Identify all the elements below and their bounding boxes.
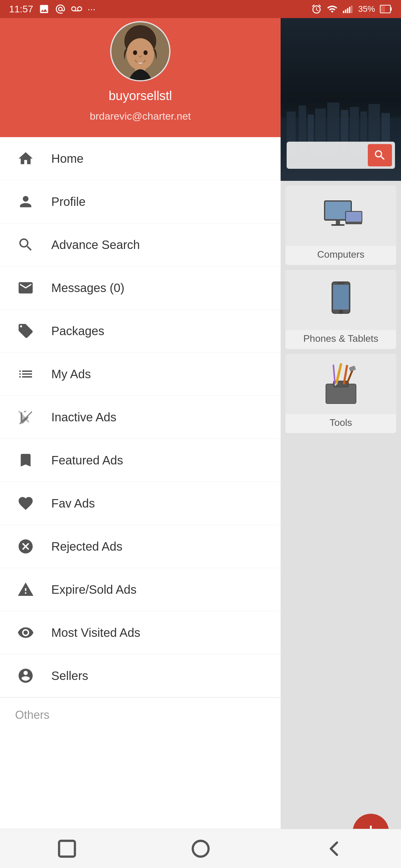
signal-icon [342, 4, 353, 14]
svg-rect-2 [347, 8, 348, 13]
menu-item-fav-ads[interactable]: Fav Ads [0, 482, 281, 525]
drawer-username: buyorsellstl [109, 89, 172, 103]
menu-item-profile[interactable]: Profile [0, 180, 281, 223]
svg-rect-30 [346, 212, 362, 221]
menu-item-messages[interactable]: Messages (0) [0, 267, 281, 310]
search-execute-button[interactable] [368, 144, 392, 166]
category-card-computers[interactable]: Computers [285, 186, 396, 265]
svg-rect-42 [349, 366, 356, 372]
main-content: Computers Phones & Tablets [281, 0, 401, 868]
menu-label-messages: Messages (0) [51, 281, 124, 295]
home-icon [15, 148, 36, 169]
list-icon [15, 364, 36, 384]
svg-rect-35 [337, 283, 345, 284]
svg-line-43 [334, 365, 335, 383]
battery-percent: 35% [358, 4, 375, 14]
computers-image [285, 186, 396, 246]
main-search-bar [287, 142, 395, 169]
menu-item-home[interactable]: Home [0, 137, 281, 180]
person-icon [15, 191, 36, 212]
menu-label-home: Home [51, 152, 84, 165]
account-circle-icon [15, 665, 36, 686]
svg-rect-4 [351, 5, 352, 13]
status-dots: ··· [87, 4, 96, 15]
category-label-phones-tablets: Phones & Tablets [303, 330, 378, 344]
menu-label-featured-ads: Featured Ads [51, 454, 123, 467]
warning-icon [15, 579, 36, 600]
status-bar-right: 35% [311, 4, 392, 14]
menu-label-sellers: Sellers [51, 669, 88, 683]
bookmark-icon [15, 450, 36, 471]
category-card-phones-tablets[interactable]: Phones & Tablets [285, 270, 396, 349]
drawer-menu: Home Profile Advance Search Messages (0) [0, 137, 281, 868]
avatar[interactable] [110, 21, 170, 82]
svg-rect-1 [345, 10, 346, 13]
nav-back-button[interactable] [319, 834, 349, 864]
svg-rect-31 [345, 223, 362, 224]
menu-item-my-ads[interactable]: My Ads [0, 352, 281, 396]
menu-label-inactive-ads: Inactive Ads [51, 410, 116, 424]
category-card-tools[interactable]: Tools [285, 354, 396, 433]
svg-point-10 [126, 38, 154, 70]
menu-item-advance-search[interactable]: Advance Search [0, 223, 281, 267]
menu-item-featured-ads[interactable]: Featured Ads [0, 439, 281, 482]
search-icon [15, 234, 36, 255]
photo-icon [39, 4, 50, 14]
svg-rect-0 [343, 11, 344, 13]
others-label: Others [15, 709, 50, 721]
svg-rect-7 [381, 6, 385, 12]
menu-item-expire-sold-ads[interactable]: Expire/Sold Ads [0, 568, 281, 611]
svg-rect-28 [331, 224, 345, 226]
eye-icon [15, 622, 36, 643]
svg-rect-6 [391, 7, 392, 11]
menu-item-sellers[interactable]: Sellers [0, 654, 281, 698]
category-label-tools: Tools [330, 414, 352, 428]
svg-point-45 [193, 841, 208, 857]
svg-point-11 [133, 50, 137, 55]
heart-icon [15, 493, 36, 514]
status-bar-left: 11:57 ··· [9, 4, 96, 15]
drawer-header: buyorsellstl brdarevic@charter.net [0, 0, 281, 137]
drawer-email: brdarevic@charter.net [90, 110, 191, 122]
tools-image [285, 354, 396, 414]
svg-rect-3 [349, 7, 351, 13]
category-label-computers: Computers [317, 246, 365, 260]
phones-tablets-image [285, 270, 396, 330]
menu-label-rejected-ads: Rejected Ads [51, 540, 122, 553]
tag-icon [15, 320, 36, 341]
main-hero [281, 18, 401, 181]
svg-line-38 [337, 364, 341, 383]
battery-icon [380, 5, 392, 13]
nav-home-button[interactable] [185, 834, 216, 864]
navigation-drawer: buyorsellstl brdarevic@charter.net Home … [0, 0, 281, 868]
status-bar: 11:57 ··· 35% [0, 0, 401, 18]
menu-label-profile: Profile [51, 195, 85, 209]
alarm-icon [311, 4, 322, 14]
menu-item-rejected-ads[interactable]: Rejected Ads [0, 525, 281, 568]
svg-line-41 [347, 369, 353, 383]
voicemail-icon [71, 4, 82, 14]
status-time: 11:57 [9, 4, 33, 15]
svg-point-34 [339, 310, 343, 314]
bookmark-off-icon [15, 407, 36, 428]
menu-label-packages: Packages [51, 324, 105, 338]
menu-item-inactive-ads[interactable]: Inactive Ads [0, 396, 281, 439]
svg-rect-44 [59, 841, 75, 857]
nav-recent-button[interactable] [52, 834, 82, 864]
svg-rect-33 [333, 285, 349, 310]
menu-label-my-ads: My Ads [51, 367, 91, 381]
wifi-icon [327, 4, 338, 14]
menu-item-packages[interactable]: Packages [0, 310, 281, 352]
bottom-navigation-bar [0, 829, 401, 868]
svg-rect-27 [336, 220, 340, 225]
mail-icon [15, 277, 36, 299]
others-section: Others [0, 698, 281, 727]
cancel-icon [15, 536, 36, 557]
menu-label-fav-ads: Fav Ads [51, 497, 95, 510]
menu-item-most-visited-ads[interactable]: Most Visited Ads [0, 611, 281, 654]
menu-label-expire-sold-ads: Expire/Sold Ads [51, 583, 136, 596]
menu-label-advance-search: Advance Search [51, 238, 140, 252]
at-icon [55, 4, 66, 14]
menu-label-most-visited-ads: Most Visited Ads [51, 626, 140, 640]
svg-point-12 [144, 50, 147, 55]
